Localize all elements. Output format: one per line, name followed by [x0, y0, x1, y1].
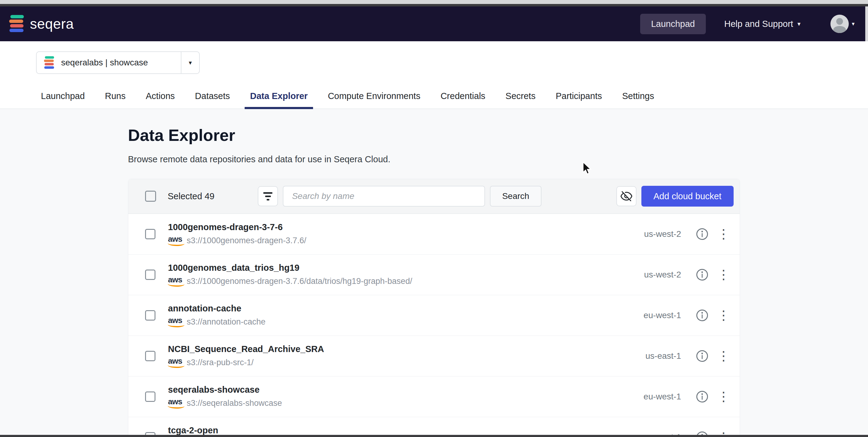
bucket-uri: s3://annotation-cache	[187, 317, 266, 327]
bucket-name[interactable]: tcga-2-open	[168, 426, 605, 435]
workspace-selector[interactable]: seqeralabs | showcase ▾	[36, 51, 200, 74]
info-button[interactable]	[695, 227, 709, 241]
tab-credentials[interactable]: Credentials	[435, 91, 491, 109]
workspace-tabs: Launchpad Runs Actions Datasets Data Exp…	[35, 91, 660, 109]
bucket-row[interactable]: tcga-2-open aws us-east-1 ⋮	[128, 417, 740, 437]
launchpad-button[interactable]: Launchpad	[640, 14, 706, 34]
browser-top-edge	[0, 0, 868, 4]
row-menu-button[interactable]: ⋮	[717, 227, 729, 242]
bucket-region: eu-west-1	[605, 311, 681, 320]
search-button[interactable]: Search	[490, 186, 541, 207]
info-icon	[696, 268, 709, 281]
bucket-row[interactable]: seqeralabs-showcase awss3://seqeralabs-s…	[128, 376, 740, 417]
kebab-icon: ⋮	[717, 308, 730, 322]
buckets-toolbar: Selected 49 Search Add cloud bucket	[128, 179, 740, 213]
workspace-selector-value: seqeralabs | showcase	[61, 58, 148, 67]
mouse-cursor	[581, 162, 595, 176]
bucket-name[interactable]: 1000genomes-dragen-3-7-6	[168, 222, 605, 232]
page-title: Data Explorer	[128, 125, 235, 145]
bucket-region: us-west-2	[605, 270, 681, 280]
help-and-support-menu[interactable]: Help and Support ▾	[724, 19, 801, 29]
info-button[interactable]	[695, 268, 709, 282]
bucket-name[interactable]: NCBI_Sequence_Read_Archive_SRA	[168, 344, 605, 354]
brand-name: seqera	[30, 16, 74, 32]
filter-button[interactable]	[258, 186, 278, 206]
bucket-uri: s3://seqeralabs-showcase	[187, 399, 282, 408]
user-menu[interactable]: ▾	[831, 15, 855, 33]
tab-actions[interactable]: Actions	[140, 91, 180, 109]
kebab-icon: ⋮	[717, 227, 730, 241]
workspace-header-section: seqeralabs | showcase ▾ Launchpad Runs A…	[0, 41, 868, 109]
kebab-icon: ⋮	[717, 349, 730, 363]
filter-lines-icon	[263, 192, 273, 201]
row-menu-button[interactable]: ⋮	[717, 308, 729, 323]
row-menu-button[interactable]: ⋮	[717, 389, 729, 404]
info-button[interactable]	[695, 308, 709, 322]
browser-bottom-edge	[0, 435, 868, 437]
add-cloud-bucket-button[interactable]: Add cloud bucket	[641, 186, 734, 207]
row-menu-button[interactable]: ⋮	[717, 348, 729, 363]
row-menu-button[interactable]: ⋮	[717, 267, 729, 282]
row-checkbox[interactable]	[145, 351, 155, 361]
kebab-icon: ⋮	[717, 389, 730, 404]
tab-datasets[interactable]: Datasets	[189, 91, 235, 109]
info-icon	[696, 309, 709, 322]
seqera-logo-icon	[9, 15, 24, 33]
workspace-dropdown-button[interactable]: ▾	[181, 52, 199, 74]
row-checkbox[interactable]	[145, 269, 155, 280]
tab-runs[interactable]: Runs	[99, 91, 131, 109]
info-button[interactable]	[695, 349, 709, 363]
page-subtitle: Browse remote data repositories and data…	[128, 154, 390, 165]
bucket-region: us-east-1	[605, 351, 681, 361]
row-checkbox[interactable]	[145, 391, 155, 402]
tab-compute-environments[interactable]: Compute Environments	[322, 91, 426, 109]
info-button[interactable]	[695, 390, 709, 404]
scrollbar-track[interactable]	[865, 6, 868, 41]
selected-count-label: Selected 49	[168, 191, 214, 201]
chevron-down-icon: ▾	[852, 21, 855, 27]
tab-launchpad[interactable]: Launchpad	[35, 91, 90, 109]
tab-data-explorer[interactable]: Data Explorer	[245, 91, 313, 109]
bucket-row[interactable]: 1000genomes_data_trios_hg19 awss3://1000…	[128, 254, 740, 295]
bucket-uri: s3://1000genomes-dragen-3.7.6/	[187, 236, 306, 245]
bucket-name[interactable]: annotation-cache	[168, 303, 605, 314]
row-checkbox[interactable]	[145, 229, 155, 239]
bucket-region: us-west-2	[605, 229, 681, 239]
tab-participants[interactable]: Participants	[550, 91, 608, 109]
search-input[interactable]	[283, 186, 485, 207]
bucket-region: eu-west-1	[605, 392, 681, 402]
chevron-down-icon: ▾	[189, 60, 192, 66]
top-navbar: seqera Launchpad Help and Support ▾ ▾	[0, 6, 868, 41]
info-icon	[696, 390, 709, 403]
kebab-icon: ⋮	[717, 267, 730, 282]
bucket-name[interactable]: seqeralabs-showcase	[168, 385, 605, 395]
bucket-row[interactable]: 1000genomes-dragen-3-7-6 awss3://1000gen…	[128, 213, 740, 254]
bucket-uri: s3://sra-pub-src-1/	[187, 358, 253, 367]
seqera-logo[interactable]: seqera	[9, 15, 74, 33]
help-and-support-label: Help and Support	[724, 19, 793, 29]
tab-secrets[interactable]: Secrets	[500, 91, 541, 109]
aws-provider-icon: aws	[168, 357, 182, 368]
bucket-name[interactable]: 1000genomes_data_trios_hg19	[168, 263, 605, 273]
chevron-down-icon: ▾	[798, 21, 801, 27]
browser-title-strip	[0, 4, 868, 6]
bucket-uri: s3://1000genomes-dragen-3.7.6/data/trios…	[187, 276, 412, 286]
workspace-logo-icon	[44, 56, 54, 69]
select-all-checkbox[interactable]	[145, 191, 156, 202]
buckets-panel: Selected 49 Search Add cloud bucket	[128, 179, 740, 437]
tab-settings[interactable]: Settings	[617, 91, 660, 109]
eye-off-icon	[620, 190, 632, 202]
aws-provider-icon: aws	[168, 398, 182, 409]
aws-provider-icon: aws	[168, 235, 182, 246]
avatar[interactable]	[831, 15, 849, 33]
info-icon	[696, 350, 709, 362]
main-content: Data Explorer Browse remote data reposit…	[0, 109, 868, 437]
bucket-row[interactable]: annotation-cache awss3://annotation-cach…	[128, 295, 740, 336]
row-checkbox[interactable]	[145, 310, 155, 321]
bucket-row[interactable]: NCBI_Sequence_Read_Archive_SRA awss3://s…	[128, 336, 740, 376]
toggle-hidden-button[interactable]	[616, 186, 637, 206]
info-icon	[696, 228, 709, 240]
aws-provider-icon: aws	[168, 316, 182, 327]
aws-provider-icon: aws	[168, 275, 182, 287]
